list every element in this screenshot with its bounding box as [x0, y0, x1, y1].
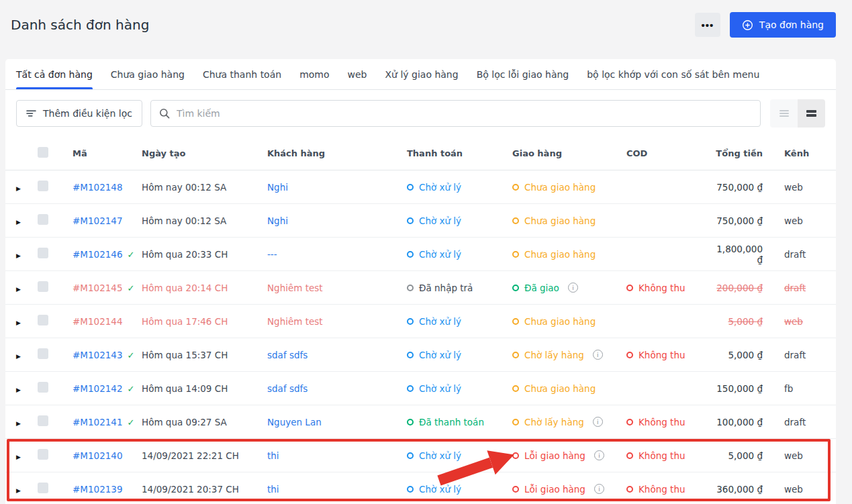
order-code-link[interactable]: #M102143: [73, 350, 123, 360]
tab-web[interactable]: web: [348, 59, 367, 89]
col-customer: Khách hàng: [267, 148, 407, 158]
create-order-button[interactable]: Tạo đơn hàng: [730, 12, 836, 38]
customer-link[interactable]: Nghiêm test: [267, 316, 323, 327]
order-channel: web: [763, 316, 836, 327]
tab-not-paid[interactable]: Chưa thanh toán: [203, 59, 281, 89]
order-channel: fb: [763, 383, 836, 394]
order-total: 150,000 ₫: [710, 383, 763, 394]
view-toggle: [770, 99, 825, 128]
order-code-link[interactable]: #M102148: [73, 182, 123, 193]
expand-caret-icon[interactable]: ▶: [16, 319, 21, 326]
expand-caret-icon[interactable]: ▶: [16, 487, 21, 494]
tab-all-orders[interactable]: Tất cả đơn hàng: [16, 59, 93, 89]
customer-link[interactable]: Nghiêm test: [267, 283, 323, 293]
row-checkbox[interactable]: [38, 248, 48, 258]
status-circle-icon: [407, 352, 414, 358]
status-circle-icon: [407, 318, 414, 325]
payment-status: Chờ xử lý: [407, 450, 512, 461]
status-circle-icon: [407, 184, 414, 191]
customer-link[interactable]: sdaf sdfs: [267, 350, 307, 360]
customer-link[interactable]: thi: [267, 450, 279, 461]
expand-caret-icon[interactable]: ▶: [16, 420, 21, 427]
table-row[interactable]: ▶ #M102144✓ Hôm qua 17:46 CH Nghiêm test…: [5, 305, 836, 338]
expand-caret-icon[interactable]: ▶: [16, 454, 21, 460]
table-row[interactable]: ▶ #M102142✓ Hôm qua 14:09 CH sdaf sdfs C…: [5, 372, 836, 405]
status-circle-icon: [512, 419, 519, 425]
customer-link[interactable]: Nghi: [267, 182, 288, 193]
select-all-checkbox[interactable]: [38, 147, 48, 158]
shipping-status: Chưa giao hàng i: [512, 215, 626, 226]
order-code-link[interactable]: #M102140: [73, 450, 123, 461]
expand-caret-icon[interactable]: ▶: [16, 252, 21, 259]
status-circle-icon: [407, 452, 414, 459]
payment-status: Chờ xử lý: [407, 182, 512, 193]
table-row[interactable]: ▶ #M102145✓ Hôm qua 20:14 CH Nghiêm test…: [5, 271, 836, 305]
list-view-button[interactable]: [770, 99, 798, 128]
info-icon[interactable]: i: [594, 450, 604, 460]
row-checkbox[interactable]: [38, 214, 48, 225]
table-row[interactable]: ▶ #M102140✓ 14/09/2021 22:21 CH thi Chờ …: [5, 439, 836, 472]
dense-view-button[interactable]: [798, 99, 825, 128]
order-code-link[interactable]: #M102141: [73, 417, 123, 427]
status-circle-icon: [512, 184, 519, 191]
row-checkbox[interactable]: [38, 382, 48, 393]
info-icon[interactable]: i: [593, 417, 603, 427]
row-checkbox[interactable]: [38, 449, 48, 460]
order-code-link[interactable]: #M102146: [73, 249, 123, 260]
table-row[interactable]: ▶ #M102143✓ Hôm qua 15:37 CH sdaf sdfs C…: [5, 338, 836, 372]
order-total: 100,000 ₫: [710, 417, 763, 427]
tab-menu-matching-filter[interactable]: bộ lọc khớp với con số sát bên menu: [587, 59, 759, 89]
row-checkbox[interactable]: [38, 415, 48, 426]
status-circle-icon: [407, 251, 414, 258]
order-code-link[interactable]: #M102142: [73, 383, 123, 394]
expand-caret-icon[interactable]: ▶: [16, 387, 21, 393]
table-row[interactable]: ▶ #M102141✓ Hôm qua 09:27 SA Nguyen Lan …: [5, 405, 836, 439]
customer-link[interactable]: sdaf sdfs: [267, 383, 307, 394]
tab-momo[interactable]: momo: [299, 59, 329, 89]
order-code-link[interactable]: #M102147: [73, 215, 123, 226]
search-input[interactable]: [177, 108, 752, 119]
info-icon[interactable]: i: [594, 484, 604, 494]
status-circle-icon: [512, 217, 519, 224]
row-checkbox[interactable]: [38, 281, 48, 292]
search-icon: [159, 108, 170, 119]
tab-shipping-processing[interactable]: Xử lý giao hàng: [385, 59, 459, 89]
info-icon[interactable]: i: [593, 350, 603, 360]
cod-status: Không thu: [626, 450, 710, 461]
shipping-status: Chưa giao hàng i: [512, 316, 626, 327]
more-actions-button[interactable]: •••: [695, 13, 720, 37]
info-icon[interactable]: i: [568, 283, 578, 293]
order-list-screen: Danh sách đơn hàng ••• Tạo đơn hàng Tất …: [0, 0, 852, 504]
order-code-link[interactable]: #M102145: [73, 283, 123, 293]
table-row[interactable]: ▶ #M102139✓ 14/09/2021 20:37 CH thi Chờ …: [5, 472, 836, 504]
customer-link[interactable]: ---: [267, 249, 277, 260]
row-checkbox[interactable]: [38, 315, 48, 325]
tab-shipping-error-filter[interactable]: Bộ lọc lỗi giao hàng: [477, 59, 569, 89]
customer-link[interactable]: Nguyen Lan: [267, 417, 322, 427]
expand-caret-icon[interactable]: ▶: [16, 219, 21, 225]
order-total: 1,800,000 ₫: [710, 244, 763, 265]
order-code-link[interactable]: #M102144: [73, 316, 123, 327]
customer-link[interactable]: Nghi: [267, 215, 288, 226]
shipping-status: Chờ lấy hàng i: [512, 417, 626, 427]
search-box[interactable]: [150, 100, 761, 127]
tab-not-shipped[interactable]: Chưa giao hàng: [111, 59, 185, 89]
expand-caret-icon[interactable]: ▶: [16, 185, 21, 192]
table-row[interactable]: ▶ #M102148✓ Hôm nay 00:12 SA Nghi Chờ xử…: [5, 170, 836, 204]
table-body: ▶ #M102148✓ Hôm nay 00:12 SA Nghi Chờ xử…: [5, 170, 836, 504]
customer-link[interactable]: thi: [267, 484, 279, 495]
table-row[interactable]: ▶ #M102146✓ Hôm qua 20:33 CH --- Chờ xử …: [5, 238, 836, 271]
order-channel: web: [763, 484, 836, 495]
expand-caret-icon[interactable]: ▶: [16, 286, 21, 293]
add-filter-button[interactable]: Thêm điều kiện lọc: [16, 100, 142, 127]
order-code-link[interactable]: #M102139: [73, 484, 123, 495]
created-date: Hôm qua 09:27 SA: [142, 417, 267, 427]
created-date: Hôm qua 20:14 CH: [142, 283, 267, 293]
table-row[interactable]: ▶ #M102147✓ Hôm nay 00:12 SA Nghi Chờ xử…: [5, 204, 836, 238]
payment-status: Chờ xử lý: [407, 316, 512, 327]
row-checkbox[interactable]: [38, 483, 48, 493]
row-checkbox[interactable]: [38, 348, 48, 359]
shipping-status: Lỗi giao hàng i: [512, 450, 626, 461]
expand-caret-icon[interactable]: ▶: [16, 353, 21, 360]
row-checkbox[interactable]: [38, 181, 48, 191]
